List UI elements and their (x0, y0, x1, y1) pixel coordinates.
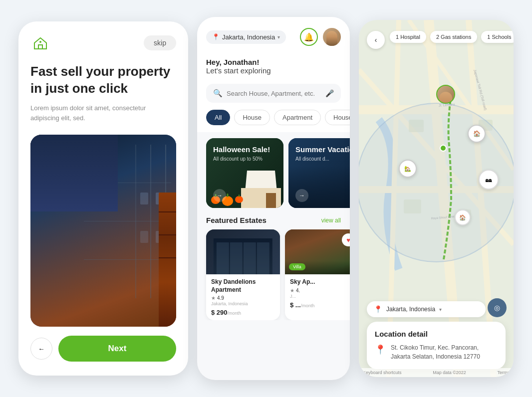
banner-summer-arrow[interactable]: → (295, 189, 308, 202)
green-dot-pin (440, 145, 447, 152)
location-bar-text: Jakarta, Indonesia (386, 306, 435, 313)
map-pin-house3[interactable]: 🏘 (479, 170, 499, 190)
map-filter-chips: 1 Hospital 2 Gas stations 1 Schools (390, 31, 514, 43)
property-info-1: Sky Dandelions Apartment ★4.9 Jakarta, I… (206, 274, 280, 320)
property-location-1: Jakarta, Indonesia (211, 301, 275, 306)
greeting-section: Hey, Jonathan! Let's start exploring (197, 51, 350, 79)
map-footer-shortcuts[interactable]: Keyboard shortcuts (363, 370, 402, 375)
search-input[interactable] (227, 90, 321, 97)
pin-avatar-img (436, 85, 455, 104)
map-footer-terms[interactable]: Terms (497, 370, 510, 375)
tab-apartment[interactable]: Apartment (274, 110, 321, 125)
property-price-1: $ 290/month (211, 309, 275, 316)
property-rating-2: ★4. (290, 288, 350, 293)
phone-onboarding: skip Fast sell your property in just one… (18, 21, 188, 376)
map-pin-avatar[interactable] (436, 85, 455, 104)
chip-schools[interactable]: 1 Schools (481, 31, 514, 43)
location-selector[interactable]: 📍 Jakarta, Indonesia ▾ (206, 30, 286, 44)
property-name-2: Sky Ap... (290, 278, 350, 286)
phone-explore: 📍 Jakarta, Indonesia ▾ 🔔 Hey, Jonathan! … (197, 17, 350, 380)
chip-gas[interactable]: 2 Gas stations (430, 31, 477, 43)
phone-map: Jl. Lentaru Japorawi Toll Rd (Toll road)… (359, 20, 514, 377)
villa-tag: Villa (289, 263, 305, 270)
featured-header: Featured Estates view all (197, 214, 350, 229)
property-location-2: J... (290, 294, 350, 299)
view-all-link[interactable]: view all (321, 217, 341, 224)
map-pin-house2[interactable]: 🏡 (399, 160, 417, 178)
featured-title: Featured Estates (206, 216, 266, 224)
chip-hospital[interactable]: 1 Hospital (390, 31, 426, 43)
location-detail-row: 📍 St. Cikoko Timur, Kec. Pancoran, Jakar… (375, 343, 498, 361)
explore-header: 📍 Jakarta, Indonesia ▾ 🔔 (197, 17, 350, 51)
svg-point-0 (39, 41, 41, 43)
greeting-line1: Hey, Jonathan! (206, 58, 341, 66)
location-detail-pin: 📍 (375, 344, 386, 355)
current-loc-icon: ◎ (494, 304, 500, 312)
onboarding-text: Fast sell your property in just one clic… (18, 55, 188, 129)
banner-halloween[interactable]: Halloween Sale! All discount up to 50% → (206, 138, 283, 208)
map-location-bar[interactable]: 📍 Jakarta, Indonesia ▾ (367, 301, 486, 317)
search-icon: 🔍 (213, 89, 223, 98)
filter-tabs: All House Apartment House (197, 110, 350, 132)
back-button[interactable]: ← (30, 338, 52, 360)
property-card-1[interactable]: Sky Dandelions Apartment ★4.9 Jakarta, I… (206, 229, 280, 320)
header-actions: 🔔 (300, 28, 341, 46)
chevron-down-icon: ▾ (277, 34, 280, 40)
map-footer-data: Map data ©2022 (433, 370, 466, 375)
notification-button[interactable]: 🔔 (300, 28, 318, 46)
map-back-button[interactable]: ‹ (367, 31, 385, 49)
building-image (30, 135, 176, 327)
property-price-2: $ .../month (290, 301, 350, 309)
back-icon: ← (38, 345, 44, 353)
property-info-2: Sky Ap... ★4. J... $ .../month (285, 274, 350, 313)
onboarding-footer: ← Next (18, 327, 188, 376)
banner-halloween-text: Halloween Sale! All discount up to 50% (213, 145, 270, 162)
map-pin-green[interactable] (440, 145, 447, 152)
current-location-button[interactable]: ◎ (488, 298, 507, 317)
next-button[interactable]: Next (58, 336, 176, 362)
headline: Fast sell your property in just one clic… (30, 63, 176, 97)
banner-summer-text: Summer Vacation All discount d... (295, 145, 350, 162)
map-footer: Keyboard shortcuts Map data ©2022 Terms (359, 368, 514, 377)
banner-summer[interactable]: Summer Vacation All discount d... → (288, 138, 350, 208)
property-image-1 (206, 229, 280, 274)
pin-house-img3: 🏘 (479, 170, 499, 190)
back-map-icon: ‹ (375, 36, 377, 44)
pin-house-img4: 🏠 (455, 209, 471, 225)
app-logo (30, 36, 50, 50)
bell-icon: 🔔 (304, 32, 314, 42)
map-pin-house4[interactable]: 🏠 (455, 209, 471, 225)
greeting-line2: Let's start exploring (206, 66, 341, 75)
pin-icon: 📍 (212, 33, 220, 40)
mic-icon[interactable]: 🎤 (325, 89, 334, 97)
onboarding-header: skip (18, 21, 188, 55)
property-card-2[interactable]: ♥ Villa Sky Ap... ★4. J... $ .../month (285, 229, 350, 320)
location-detail-address: St. Cikoko Timur, Kec. Pancoran, Jakarta… (391, 343, 498, 361)
location-detail-title: Location detail (375, 330, 498, 338)
property-cards: Sky Dandelions Apartment ★4.9 Jakarta, I… (197, 229, 350, 320)
chevron-down-icon: ▾ (439, 307, 442, 312)
tab-house2[interactable]: House (325, 110, 350, 125)
pin-house-img1: 🏠 (468, 125, 486, 143)
search-box[interactable]: 🔍 🎤 (206, 84, 341, 103)
property-image-2: ♥ Villa (285, 229, 350, 274)
property-name-1: Sky Dandelions Apartment (211, 278, 275, 294)
tab-all[interactable]: All (206, 110, 230, 125)
banner-halloween-arrow[interactable]: → (213, 189, 226, 202)
tab-house[interactable]: House (234, 110, 270, 125)
property-rating-1: ★4.9 (211, 295, 275, 301)
location-detail-card: Location detail 📍 St. Cikoko Timur, Kec.… (367, 322, 506, 369)
skip-button[interactable]: skip (144, 35, 176, 50)
banner-section: Halloween Sale! All discount up to 50% →… (197, 132, 350, 214)
subtitle-text: Lorem ipsum dolor sit amet, consectetur … (30, 103, 176, 124)
location-bar-pin: 📍 (374, 305, 382, 313)
search-section: 🔍 🎤 (197, 79, 350, 110)
map-pin-house1[interactable]: 🏠 (468, 125, 486, 143)
pin-house-img2: 🏡 (399, 160, 417, 178)
location-text: Jakarta, Indonesia (222, 33, 275, 41)
avatar[interactable] (323, 28, 341, 46)
